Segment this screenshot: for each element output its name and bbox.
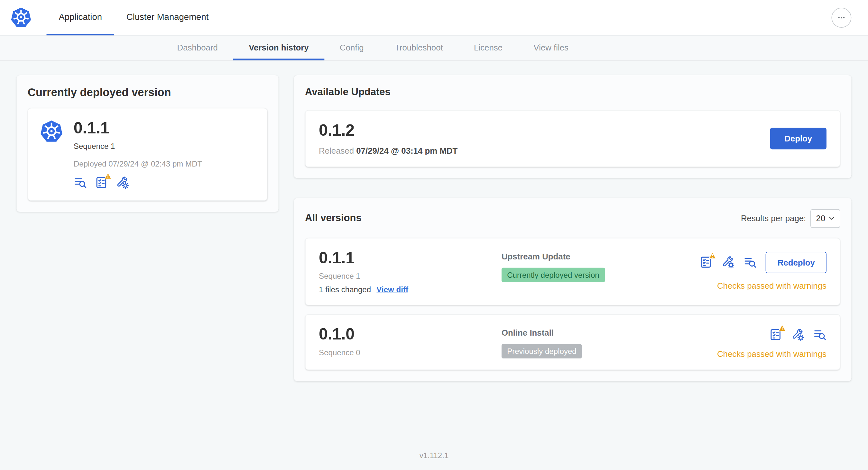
warning-triangle-icon [778, 324, 786, 332]
console-version-footer: v1.112.1 [0, 451, 868, 460]
admin-console-page: Application Cluster Management Dashboard… [0, 0, 868, 470]
subnav-tab-license[interactable]: License [459, 36, 518, 61]
subnav-tab-license-label: License [474, 42, 502, 52]
subnav-tab-troubleshoot[interactable]: Troubleshoot [379, 36, 459, 61]
results-per-page-value: 20 [816, 214, 826, 223]
tab-cluster-management-label: Cluster Management [126, 12, 209, 22]
row-version-number: 0.1.0 [319, 326, 502, 343]
currently-deployed-badge: Currently deployed version [502, 268, 605, 282]
config-icon[interactable] [116, 176, 129, 189]
results-per-page-select[interactable]: 20 [810, 209, 840, 228]
ellipsis-icon [836, 13, 846, 23]
currently-deployed-card: Currently deployed version 0.1.1 Sequenc… [17, 75, 279, 212]
available-updates-card: Available Updates 0.1.2 Released 07/29/2… [294, 75, 851, 178]
kubernetes-logo-icon [9, 7, 33, 29]
update-released-line: Released 07/29/24 @ 03:14 pm MDT [319, 146, 458, 155]
tab-cluster-management[interactable]: Cluster Management [114, 0, 221, 35]
checks-status-text: Checks passed with warnings [717, 349, 827, 358]
all-versions-card: All versions Results per page: 20 [294, 198, 851, 381]
files-changed-label: 1 files changed [319, 285, 371, 294]
update-tile: 0.1.2 Released 07/29/24 @ 03:14 pm MDT D… [305, 110, 840, 167]
warning-triangle-icon [709, 252, 716, 260]
deployed-version-number: 0.1.1 [74, 120, 115, 137]
available-updates-title: Available Updates [305, 86, 840, 98]
view-diff-link[interactable]: View diff [376, 285, 408, 294]
deployed-version-tile: 0.1.1 Sequence 1 Deployed 07/29/24 @ 02:… [28, 108, 267, 201]
released-label: Released [319, 146, 354, 155]
subnav-tab-troubleshoot-label: Troubleshoot [395, 42, 443, 52]
previously-deployed-badge: Previously deployed [502, 344, 582, 359]
deploy-button[interactable]: Deploy [770, 128, 827, 149]
config-icon[interactable] [791, 328, 804, 341]
overflow-menu-button[interactable] [831, 8, 851, 28]
row-source-label: Online Install [502, 328, 717, 337]
row-source-label: Upstream Update [502, 252, 700, 261]
redeploy-button[interactable]: Redeploy [766, 252, 827, 273]
preflight-checks-warning-icon[interactable] [95, 176, 108, 189]
config-icon[interactable] [722, 256, 735, 269]
subnav-tab-view-files[interactable]: View files [518, 36, 584, 61]
version-row: 0.1.1 Sequence 1 1 files changed View di… [305, 238, 840, 305]
tab-application-label: Application [59, 12, 102, 22]
main-content: Currently deployed version 0.1.1 Sequenc… [0, 61, 868, 381]
preflight-checks-warning-icon[interactable] [769, 328, 782, 341]
subnav-tab-version-history[interactable]: Version history [233, 36, 324, 61]
subnav-tab-dashboard[interactable]: Dashboard [161, 36, 233, 61]
version-row: 0.1.0 Sequence 0 Online Install Previous… [305, 314, 840, 370]
currently-deployed-title: Currently deployed version [28, 86, 267, 99]
subnav-tab-view-files-label: View files [533, 42, 568, 52]
top-bar: Application Cluster Management [0, 0, 868, 35]
all-versions-title: All versions [305, 212, 362, 224]
deployed-timestamp: Deployed 07/29/24 @ 02:43 pm MDT [74, 159, 256, 168]
subnav-tab-config[interactable]: Config [324, 36, 379, 61]
deployed-sequence: Sequence 1 [74, 141, 115, 150]
kubernetes-logo-icon [39, 120, 64, 144]
right-column: Available Updates 0.1.2 Released 07/29/2… [294, 75, 851, 381]
subnav-tab-dashboard-label: Dashboard [177, 42, 218, 52]
results-per-page-label: Results per page: [741, 214, 806, 223]
released-date: 07/29/24 @ 03:14 pm MDT [356, 146, 458, 155]
row-version-number: 0.1.1 [319, 249, 502, 267]
checks-status-text: Checks passed with warnings [717, 281, 827, 290]
warning-triangle-icon [104, 172, 112, 180]
release-notes-icon[interactable] [813, 328, 827, 341]
tab-application[interactable]: Application [46, 0, 114, 35]
app-subnav: Dashboard Version history Config Trouble… [0, 35, 868, 61]
chevron-down-icon [829, 216, 835, 220]
subnav-tab-config-label: Config [340, 42, 364, 52]
update-version-number: 0.1.2 [319, 122, 458, 139]
row-sequence: Sequence 0 [319, 348, 502, 357]
row-sequence: Sequence 1 [319, 271, 502, 280]
preflight-checks-warning-icon[interactable] [700, 256, 713, 269]
subnav-tab-version-history-label: Version history [249, 42, 309, 52]
release-notes-icon[interactable] [744, 256, 757, 269]
release-notes-icon[interactable] [74, 176, 87, 189]
